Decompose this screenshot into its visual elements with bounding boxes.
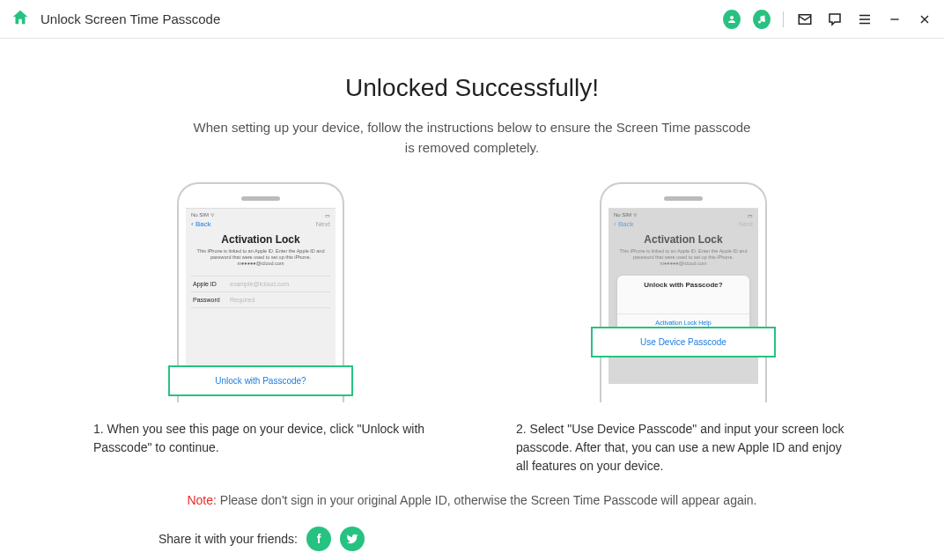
svg-point-0 bbox=[730, 16, 734, 19]
note-label: Note: bbox=[187, 493, 216, 507]
unlock-passcode-highlight: Unlock with Passcode? bbox=[168, 365, 353, 396]
battery-icon: ▭ bbox=[325, 212, 330, 218]
header-actions bbox=[723, 11, 933, 28]
success-subtitle: When setting up your device, follow the … bbox=[190, 118, 754, 158]
phone-mockup-1: No SIM ᯤ▭ ‹ BackNext Activation Lock Thi… bbox=[177, 182, 344, 402]
step-1-text: 1. When you see this page on your device… bbox=[93, 420, 428, 457]
back-link: ‹ Back bbox=[614, 220, 634, 228]
chat-icon[interactable] bbox=[826, 11, 844, 28]
page-title: Unlock Screen Time Passcode bbox=[41, 11, 220, 26]
success-heading: Unlocked Successfully! bbox=[53, 74, 891, 102]
music-icon[interactable] bbox=[753, 11, 771, 28]
popup-title: Unlock with Passcode? bbox=[617, 281, 749, 294]
phone-speaker bbox=[664, 196, 703, 201]
account-icon[interactable] bbox=[723, 11, 741, 28]
share-label: Share it with your friends: bbox=[159, 532, 298, 546]
mail-icon[interactable] bbox=[796, 11, 814, 28]
home-icon[interactable] bbox=[11, 8, 30, 31]
share-twitter-button[interactable] bbox=[340, 527, 365, 551]
note-text: Please don't sign in your original Apple… bbox=[220, 493, 757, 507]
next-link: Next bbox=[739, 220, 753, 228]
apple-id-label: Apple ID bbox=[193, 281, 230, 287]
app-header: Unlock Screen Time Passcode bbox=[0, 0, 944, 39]
apple-id-placeholder: example@icloud.com bbox=[230, 281, 289, 287]
status-left: No SIM ᯤ bbox=[191, 212, 216, 218]
activation-lock-title: Activation Lock bbox=[614, 233, 753, 246]
phone-speaker bbox=[241, 196, 280, 201]
battery-icon: ▭ bbox=[748, 212, 753, 218]
next-link: Next bbox=[316, 220, 330, 228]
password-label: Password bbox=[193, 297, 230, 303]
phone-mockup-2: No SIM ᯤ▭ ‹ BackNext Activation Lock Thi… bbox=[600, 182, 767, 402]
step-2-text: 2. Select "Use Device Passcode" and inpu… bbox=[516, 420, 851, 475]
menu-icon[interactable] bbox=[856, 11, 874, 28]
activation-lock-text: This iPhone is linked to an Apple ID. En… bbox=[191, 248, 330, 267]
close-icon[interactable] bbox=[916, 11, 933, 28]
note-row: Note: Please don't sign in your original… bbox=[53, 493, 891, 507]
status-left: No SIM ᯤ bbox=[614, 212, 638, 218]
divider bbox=[783, 11, 784, 27]
main-content: Unlocked Successfully! When setting up y… bbox=[0, 39, 944, 551]
password-placeholder: Required bbox=[230, 297, 254, 303]
svg-point-2 bbox=[763, 19, 765, 22]
share-row: Share it with your friends: f bbox=[53, 527, 891, 551]
minimize-icon[interactable] bbox=[886, 11, 903, 28]
share-facebook-button[interactable]: f bbox=[306, 527, 331, 551]
activation-lock-text: This iPhone is linked to an Apple ID. En… bbox=[614, 248, 753, 267]
activation-lock-title: Activation Lock bbox=[191, 233, 330, 246]
svg-point-1 bbox=[758, 20, 761, 23]
use-device-passcode-highlight: Use Device Passcode bbox=[591, 327, 776, 357]
back-link: ‹ Back bbox=[191, 220, 211, 228]
